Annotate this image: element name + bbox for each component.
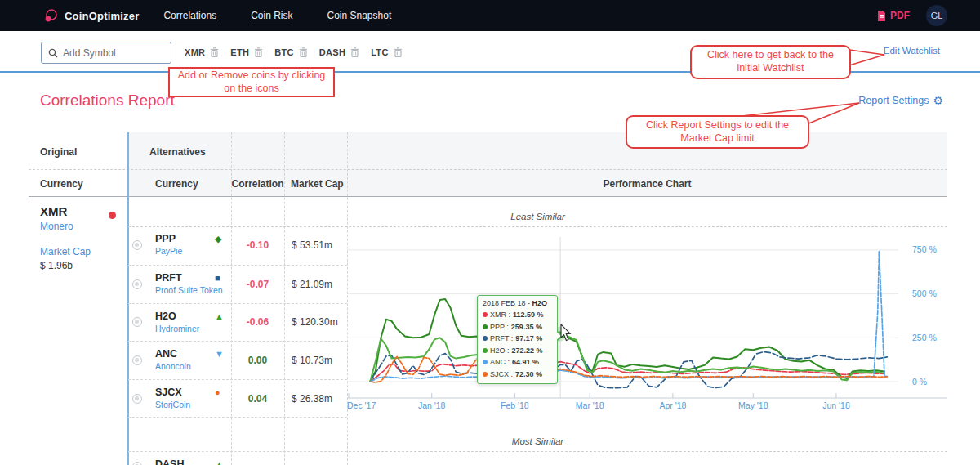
correlation-value: -0.07 xyxy=(231,266,284,303)
tooltip-series-value: 272.22 % xyxy=(512,347,543,355)
original-symbol: XMR xyxy=(40,204,91,218)
pdf-file-icon xyxy=(877,11,886,21)
correlation-value: -0.06 xyxy=(231,304,284,342)
add-symbol-searchbox[interactable] xyxy=(41,42,172,64)
tooltip-series-value: 97.17 % xyxy=(515,334,542,342)
performance-chart[interactable]: Dec '17Jan '18Feb '18Mar '18Apr '18May '… xyxy=(347,200,947,425)
x-axis-tick-label: Jun '18 xyxy=(822,400,850,410)
tooltip-series-name: H2O : xyxy=(490,347,510,355)
market-cap-value: $ 26.38m xyxy=(292,380,332,417)
tooltip-series-value: 259.35 % xyxy=(511,323,542,331)
select-coin-radio[interactable] xyxy=(132,317,142,327)
watchlist-coin-btc: BTC xyxy=(274,47,308,57)
brand-name[interactable]: CoinOptimizer xyxy=(65,10,139,22)
original-currency-column-header: Currency xyxy=(40,178,83,190)
table-row-prft[interactable]: PRFTProof Suite Token■-0.07$ 21.09m xyxy=(128,265,347,303)
coinoptimizer-logo-icon[interactable] xyxy=(44,8,59,23)
annotation-text: Market Cap limit xyxy=(627,132,808,145)
x-axis-tick-label: Feb '18 xyxy=(501,400,529,410)
y-axis-tick-label: 250 % xyxy=(912,333,937,342)
top-navbar: CoinOptimizer CorrelationsCoin RiskCoin … xyxy=(0,0,980,31)
divider xyxy=(29,169,947,170)
table-row-dash[interactable]: DASH▲ xyxy=(128,451,347,465)
coin-symbol: DASH xyxy=(155,458,184,465)
add-symbol-input[interactable] xyxy=(63,47,161,59)
pdf-label: PDF xyxy=(890,10,910,21)
y-axis-tick-label: 0 % xyxy=(912,377,927,387)
select-coin-radio[interactable] xyxy=(132,240,142,250)
series-marker-icon: ▲ xyxy=(215,459,224,465)
user-avatar[interactable]: GL xyxy=(926,5,947,26)
select-coin-radio[interactable] xyxy=(132,394,142,404)
series-marker-icon: ● xyxy=(215,387,220,397)
y-axis-tick-label: 500 % xyxy=(912,288,937,298)
correlation-column-header: Correlation xyxy=(231,178,284,190)
remove-coin-icon[interactable] xyxy=(210,47,219,57)
table-row-sjcx[interactable]: SJCXStorjCoin●0.04$ 26.38m xyxy=(128,379,347,418)
annotation-text: Click Report Settings to edit the xyxy=(627,119,808,132)
table-row-ppp[interactable]: PPPPayPie◆-0.10$ 53.51m xyxy=(128,226,347,265)
market-cap-value: $ 1.96b xyxy=(40,260,91,271)
annotation-text: on the icons xyxy=(170,83,333,96)
page: { "navbar": { "brand": "CoinOptimizer", … xyxy=(0,0,980,465)
correlation-value: 0.04 xyxy=(231,380,284,417)
remove-coin-icon[interactable] xyxy=(254,47,263,57)
coin-symbol: ETH xyxy=(230,47,249,57)
series-line-xmr xyxy=(370,362,884,382)
annotation-add-remove-coins: Add or Remove coins by clicking on the i… xyxy=(168,67,335,97)
performance-chart-column-header: Performance Chart xyxy=(347,178,947,190)
annotation-report-settings: Click Report Settings to edit the Market… xyxy=(626,115,809,149)
remove-coin-icon[interactable] xyxy=(394,47,403,57)
tooltip-title: 2018 FEB 18 - H2O xyxy=(483,299,552,307)
series-color-dot xyxy=(483,336,488,341)
market-cap-value: $ 53.51m xyxy=(292,226,332,265)
table-row-h2o[interactable]: H2OHydrominer▲-0.06$ 120.30m xyxy=(128,303,347,342)
correlation-value: 0.00 xyxy=(231,342,284,379)
series-line-anc xyxy=(370,252,887,382)
coin-symbol: PRFT xyxy=(155,272,182,284)
table-row-anc[interactable]: ANCAnoncoin▼0.00$ 10.73m xyxy=(128,341,347,379)
tooltip-entry-prft: PRFT : 97.17 % xyxy=(483,333,552,345)
coin-name: Proof Suite Token xyxy=(155,285,223,295)
x-axis-tick-label: Dec '17 xyxy=(347,400,376,410)
series-color-dot xyxy=(483,360,488,364)
series-marker-icon: ▲ xyxy=(215,311,224,321)
gear-icon: ⚙ xyxy=(933,95,943,106)
nav-link-correlations[interactable]: Correlations xyxy=(163,10,216,21)
coin-symbol: BTC xyxy=(274,47,294,57)
series-color-dot xyxy=(483,324,488,329)
coin-name: Anoncoin xyxy=(155,361,191,371)
tooltip-entries: XMR : 112.59 %PPP : 259.35 %PRFT : 97.17… xyxy=(483,309,552,380)
market-cap-column-header: Market Cap xyxy=(291,178,344,190)
market-cap-value: $ 21.09m xyxy=(292,266,332,303)
edit-watchlist-link[interactable]: Edit Watchlist xyxy=(884,46,940,56)
navbar-right: PDF GL xyxy=(877,0,947,31)
series-marker-icon xyxy=(109,212,116,219)
header-divider xyxy=(29,196,947,197)
chart-tooltip: 2018 FEB 18 - H2O XMR : 112.59 %PPP : 25… xyxy=(477,295,558,384)
coin-symbol: LTC xyxy=(371,47,388,57)
tooltip-series-name: PPP : xyxy=(490,323,509,331)
select-coin-radio[interactable] xyxy=(132,355,142,365)
select-coin-radio[interactable] xyxy=(132,462,142,465)
x-axis-tick-label: Jan '18 xyxy=(418,400,446,410)
tooltip-entry-sjcx: SJCX : 72.30 % xyxy=(483,369,552,381)
watchlist-coin-ltc: LTC xyxy=(371,47,402,57)
tooltip-arrow xyxy=(556,332,561,340)
nav-link-coin-risk[interactable]: Coin Risk xyxy=(251,10,292,21)
coin-name: Hydrominer xyxy=(155,324,199,333)
select-coin-radio[interactable] xyxy=(132,279,142,289)
report-settings-link[interactable]: Report Settings ⚙ xyxy=(858,95,943,106)
market-cap-label: Market Cap xyxy=(40,246,91,257)
nav-link-coin-snapshot[interactable]: Coin Snapshot xyxy=(327,10,392,21)
coin-name: StorjCoin xyxy=(155,400,190,409)
remove-coin-icon[interactable] xyxy=(299,47,308,57)
coin-symbol: SJCX xyxy=(155,387,182,398)
tooltip-series-value: 72.30 % xyxy=(515,370,542,378)
annotation-text: Add or Remove coins by clicking xyxy=(170,69,333,83)
original-name: Monero xyxy=(40,221,91,232)
tooltip-entry-ppp: PPP : 259.35 % xyxy=(483,321,552,333)
remove-coin-icon[interactable] xyxy=(350,47,359,57)
pdf-button[interactable]: PDF xyxy=(877,10,910,21)
most-similar-label: Most Similar xyxy=(128,436,947,446)
